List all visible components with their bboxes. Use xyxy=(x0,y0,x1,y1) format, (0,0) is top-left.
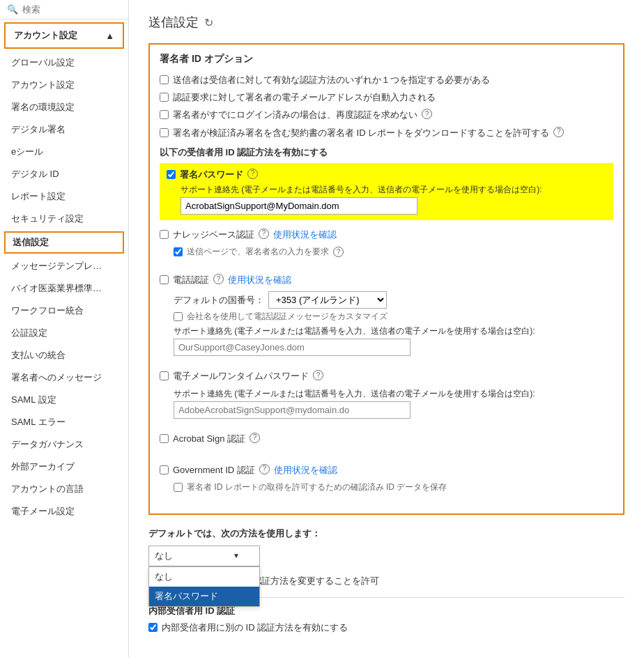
option-label-2: 認証要求に対して署名者の電子メールアドレスが自動入力される xyxy=(173,91,436,104)
option-checkbox-2[interactable] xyxy=(160,93,169,102)
option-row-4: 署名者が検証済み署名を含む契約書の署名者 ID レポートをダウンロードすることを… xyxy=(160,127,613,139)
acrobat-sign-checkbox[interactable] xyxy=(160,434,169,443)
government-id-link[interactable]: 使用状況を確認 xyxy=(274,464,337,477)
email-otp-support-input[interactable] xyxy=(174,401,411,419)
sidebar-item-external-archive[interactable]: 外部アーカイブ xyxy=(0,456,128,478)
email-otp-row: 電子メールワンタイムパスワード ? xyxy=(160,370,613,382)
sidebar-item-notary[interactable]: 公証設定 xyxy=(0,322,128,344)
sidebar-item-account-language[interactable]: アカウントの言語 xyxy=(0,478,128,500)
country-select[interactable]: +353 (アイルランド) xyxy=(268,291,387,309)
option-checkbox-3[interactable] xyxy=(160,110,169,119)
phone-custom-row: 会社名を使用して電話認証メッセージをカスタマイズ xyxy=(174,311,613,323)
dropdown-menu: なし 署名パスワード xyxy=(148,566,260,607)
signer-id-options-section: 署名者 ID オプション 送信者は受信者に対して有効な認証方法のいずれか１つを指… xyxy=(148,43,624,515)
signing-password-checkbox[interactable] xyxy=(167,170,176,179)
id-methods-title: 以下の受信者用 ID 認証方法を有効にする xyxy=(160,146,613,159)
option-row-2: 認証要求に対して署名者の電子メールアドレスが自動入力される xyxy=(160,91,613,104)
sidebar-item-global-settings[interactable]: グローバル設定 xyxy=(0,52,128,74)
search-icon: 🔍 xyxy=(7,4,18,15)
chevron-down-icon: ▼ xyxy=(233,552,240,559)
gov-id-sub-checkbox[interactable] xyxy=(174,483,183,492)
email-otp-label: 電子メールワンタイムパスワード xyxy=(173,370,309,382)
sidebar-item-security-settings[interactable]: セキュリティ設定 xyxy=(0,208,128,230)
help-icon-email-otp[interactable]: ? xyxy=(313,370,323,380)
sidebar-item-data-governance[interactable]: データガバナンス xyxy=(0,433,128,456)
chevron-up-icon: ▲ xyxy=(105,31,114,41)
dropdown-trigger[interactable]: なし ▼ xyxy=(148,546,260,566)
knowledge-base-link[interactable]: 使用状況を確認 xyxy=(273,229,337,241)
government-id-block: Government ID 認証 ? 使用状況を確認 署名者 ID レポートの取… xyxy=(160,460,613,500)
government-id-label: Government ID 認証 xyxy=(173,464,255,477)
phone-support-label: サポート連絡先 (電子メールまたは電話番号を入力、送信者の電子メールを使用する場… xyxy=(174,325,613,337)
help-icon-acrobat-sign[interactable]: ? xyxy=(250,433,260,443)
help-icon-kb-sub[interactable]: ? xyxy=(333,247,344,257)
gov-id-sub-label: 署名者 ID レポートの取得を許可するための確認済み ID データを保存 xyxy=(187,481,447,493)
page-title-row: 送信設定 ↻ xyxy=(148,14,624,31)
signing-password-row: 署名パスワード ? xyxy=(167,169,606,181)
knowledge-base-block: ナレッジベース認証 ? 使用状況を確認 送信ページで、署名者名の入力を要求 ? xyxy=(160,224,613,264)
refresh-icon[interactable]: ↻ xyxy=(204,16,213,29)
kb-sub-label: 送信ページで、署名者名の入力を要求 xyxy=(187,246,329,258)
phone-custom-label: 会社名を使用して電話認証メッセージをカスタマイズ xyxy=(187,311,388,323)
main-content: 送信設定 ↻ 署名者 ID オプション 送信者は受信者に対して有効な認証方法のい… xyxy=(129,0,644,657)
dropdown-option-signing-pwd[interactable]: 署名パスワード xyxy=(149,587,259,606)
sidebar-items-list: グローバル設定アカウント設定署名の環境設定デジタル署名eシールデジタル IDレポ… xyxy=(0,52,128,523)
phone-auth-label: 電話認証 xyxy=(173,274,209,286)
kb-sub-checkbox[interactable] xyxy=(174,247,183,256)
kb-sub-option: 送信ページで、署名者名の入力を要求 ? xyxy=(174,246,613,258)
internal-option-label: 内部受信者用に別の ID 認証方法を有効にする xyxy=(162,621,348,634)
phone-auth-checkbox[interactable] xyxy=(160,275,169,284)
sidebar-item-payment[interactable]: 支払いの統合 xyxy=(0,344,128,366)
help-icon-gov-id[interactable]: ? xyxy=(259,464,270,474)
default-method-section: デフォルトでは、次の方法を使用します： なし ▼ なし 署名パスワード 送信者が… xyxy=(148,527,624,587)
sidebar-item-bio-pharma[interactable]: バイオ医薬業界標準… xyxy=(0,277,128,300)
phone-auth-block: 電話認証 ? 使用状況を確認 デフォルトの国番号： +353 (アイルランド) … xyxy=(160,270,613,360)
knowledge-base-label: ナレッジベース認証 xyxy=(173,229,254,241)
help-icon-opt3[interactable]: ? xyxy=(422,109,432,119)
default-method-dropdown[interactable]: なし ▼ なし 署名パスワード xyxy=(148,546,260,566)
option-checkbox-1[interactable] xyxy=(160,75,169,84)
help-icon-kb[interactable]: ? xyxy=(259,229,269,239)
knowledge-base-row: ナレッジベース認証 ? 使用状況を確認 xyxy=(160,229,613,241)
sidebar-item-signer-message[interactable]: 署名者へのメッセージ xyxy=(0,366,128,389)
sidebar-item-saml-error[interactable]: SAML エラー xyxy=(0,411,128,433)
sidebar: 🔍 アカウント設定 ▲ グローバル設定アカウント設定署名の環境設定デジタル署名e… xyxy=(0,0,129,657)
phone-auth-link[interactable]: 使用状況を確認 xyxy=(228,274,291,286)
section-title: 署名者 ID オプション xyxy=(160,53,613,65)
phone-support-input[interactable] xyxy=(174,339,411,356)
search-input[interactable] xyxy=(22,4,121,15)
sidebar-item-signature-prefs[interactable]: 署名の環境設定 xyxy=(0,96,128,118)
sidebar-item-saml-settings[interactable]: SAML 設定 xyxy=(0,389,128,411)
option-row-1: 送信者は受信者に対して有効な認証方法のいずれか１つを指定する必要がある xyxy=(160,74,613,86)
sidebar-item-workflow[interactable]: ワークフロー統合 xyxy=(0,300,128,322)
sidebar-item-message-template[interactable]: メッセージテンプレ… xyxy=(0,255,128,277)
account-settings-header[interactable]: アカウント設定 ▲ xyxy=(4,22,124,49)
sidebar-item-email-settings[interactable]: 電子メール設定 xyxy=(0,500,128,523)
help-icon-signing-pwd[interactable]: ? xyxy=(247,169,258,179)
sidebar-item-send-settings[interactable]: 送信設定 xyxy=(4,231,124,254)
option-checkbox-4[interactable] xyxy=(160,128,169,137)
email-otp-checkbox[interactable] xyxy=(160,371,169,380)
dropdown-option-nashi[interactable]: なし xyxy=(149,567,259,587)
acrobat-sign-row: Acrobat Sign 認証 ? xyxy=(160,433,613,445)
help-icon-phone[interactable]: ? xyxy=(213,274,224,284)
sidebar-item-digital-signature[interactable]: デジタル署名 xyxy=(0,118,128,141)
sidebar-item-digital-id[interactable]: デジタル ID xyxy=(0,163,128,185)
sidebar-item-account-settings-sub[interactable]: アカウント設定 xyxy=(0,74,128,96)
signing-pwd-support-label: サポート連絡先 (電子メールまたは電話番号を入力、送信者の電子メールを使用する場… xyxy=(181,184,606,196)
signing-password-block: 署名パスワード ? サポート連絡先 (電子メールまたは電話番号を入力、送信者の電… xyxy=(160,163,613,220)
acrobat-sign-label: Acrobat Sign 認証 xyxy=(173,433,245,445)
sidebar-item-report-settings[interactable]: レポート設定 xyxy=(0,185,128,208)
knowledge-base-checkbox[interactable] xyxy=(160,230,169,239)
account-settings-label: アカウント設定 xyxy=(14,29,77,42)
signing-pwd-support-input[interactable] xyxy=(181,197,417,215)
email-otp-support-label: サポート連絡先 (電子メールまたは電話番号を入力、送信者の電子メールを使用する場… xyxy=(174,388,613,400)
government-id-checkbox[interactable] xyxy=(160,465,169,474)
country-label: デフォルトの国番号： xyxy=(174,294,264,307)
search-bar[interactable]: 🔍 xyxy=(0,0,128,20)
help-icon-opt4[interactable]: ? xyxy=(553,127,564,137)
internal-option-checkbox[interactable] xyxy=(148,623,158,632)
phone-custom-checkbox[interactable] xyxy=(174,312,183,321)
sidebar-item-e-seal[interactable]: eシール xyxy=(0,141,128,163)
email-otp-block: 電子メールワンタイムパスワード ? サポート連絡先 (電子メールまたは電話番号を… xyxy=(160,366,613,422)
